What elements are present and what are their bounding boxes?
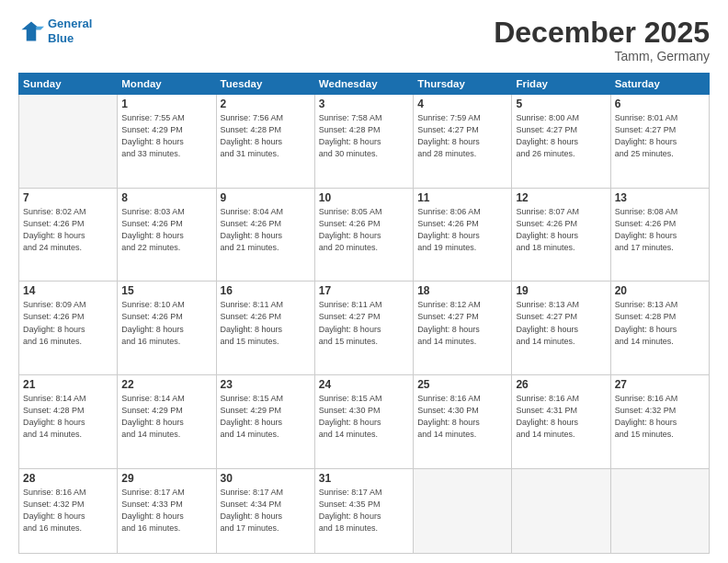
calendar-cell: 31Sunrise: 8:17 AM Sunset: 4:35 PM Dayli…	[314, 468, 413, 553]
calendar-cell: 11Sunrise: 8:06 AM Sunset: 4:26 PM Dayli…	[414, 188, 512, 282]
day-info: Sunrise: 8:06 AM Sunset: 4:26 PM Dayligh…	[417, 206, 507, 254]
calendar-cell: 28Sunrise: 8:16 AM Sunset: 4:32 PM Dayli…	[19, 468, 118, 553]
weekday-header-wednesday: Wednesday	[314, 74, 413, 95]
day-number: 29	[121, 472, 211, 485]
calendar-cell: 1Sunrise: 7:55 AM Sunset: 4:29 PM Daylig…	[118, 95, 216, 189]
day-info: Sunrise: 8:04 AM Sunset: 4:26 PM Dayligh…	[221, 206, 311, 254]
day-number: 20	[615, 284, 705, 297]
svg-marker-1	[36, 26, 44, 29]
day-number: 13	[615, 191, 705, 204]
location: Tamm, Germany	[494, 49, 710, 63]
calendar-cell: 18Sunrise: 8:12 AM Sunset: 4:27 PM Dayli…	[414, 282, 512, 375]
day-number: 14	[23, 284, 113, 297]
day-number: 26	[516, 378, 606, 391]
calendar-cell	[19, 95, 118, 189]
day-info: Sunrise: 8:15 AM Sunset: 4:29 PM Dayligh…	[221, 393, 311, 441]
calendar-cell: 3Sunrise: 7:58 AM Sunset: 4:28 PM Daylig…	[314, 95, 413, 189]
day-info: Sunrise: 8:14 AM Sunset: 4:29 PM Dayligh…	[121, 393, 211, 441]
calendar-cell: 22Sunrise: 8:14 AM Sunset: 4:29 PM Dayli…	[118, 375, 216, 469]
calendar-cell: 27Sunrise: 8:16 AM Sunset: 4:32 PM Dayli…	[610, 375, 709, 469]
day-info: Sunrise: 8:11 AM Sunset: 4:27 PM Dayligh…	[319, 299, 409, 347]
day-info: Sunrise: 8:00 AM Sunset: 4:27 PM Dayligh…	[516, 112, 606, 160]
calendar-cell: 9Sunrise: 8:04 AM Sunset: 4:26 PM Daylig…	[216, 188, 314, 282]
weekday-header-sunday: Sunday	[19, 74, 118, 95]
day-number: 6	[615, 98, 705, 110]
day-number: 19	[516, 284, 606, 297]
weekday-header-thursday: Thursday	[414, 74, 512, 95]
calendar-cell: 26Sunrise: 8:16 AM Sunset: 4:31 PM Dayli…	[512, 375, 610, 469]
calendar-cell: 19Sunrise: 8:13 AM Sunset: 4:27 PM Dayli…	[512, 282, 610, 375]
day-info: Sunrise: 8:12 AM Sunset: 4:27 PM Dayligh…	[417, 299, 507, 347]
calendar-cell: 21Sunrise: 8:14 AM Sunset: 4:28 PM Dayli…	[19, 375, 118, 469]
calendar-cell: 14Sunrise: 8:09 AM Sunset: 4:26 PM Dayli…	[19, 282, 118, 375]
day-info: Sunrise: 7:56 AM Sunset: 4:28 PM Dayligh…	[221, 112, 311, 160]
calendar-cell	[414, 468, 512, 553]
logo-text: General Blue	[48, 17, 92, 45]
day-info: Sunrise: 8:15 AM Sunset: 4:30 PM Dayligh…	[319, 393, 409, 441]
day-number: 30	[221, 472, 311, 485]
day-info: Sunrise: 8:16 AM Sunset: 4:30 PM Dayligh…	[417, 393, 507, 441]
day-info: Sunrise: 8:09 AM Sunset: 4:26 PM Dayligh…	[23, 299, 113, 347]
page: General Blue December 2025 Tamm, Germany…	[0, 0, 728, 563]
calendar-week-row: 21Sunrise: 8:14 AM Sunset: 4:28 PM Dayli…	[19, 375, 710, 469]
day-info: Sunrise: 8:02 AM Sunset: 4:26 PM Dayligh…	[23, 206, 113, 254]
day-info: Sunrise: 7:59 AM Sunset: 4:27 PM Dayligh…	[417, 112, 507, 160]
calendar-cell: 16Sunrise: 8:11 AM Sunset: 4:26 PM Dayli…	[216, 282, 314, 375]
day-info: Sunrise: 8:10 AM Sunset: 4:26 PM Dayligh…	[121, 299, 211, 347]
day-info: Sunrise: 8:14 AM Sunset: 4:28 PM Dayligh…	[23, 393, 113, 441]
day-info: Sunrise: 8:11 AM Sunset: 4:26 PM Dayligh…	[221, 299, 311, 347]
calendar-cell	[512, 468, 610, 553]
calendar-cell: 20Sunrise: 8:13 AM Sunset: 4:28 PM Dayli…	[610, 282, 709, 375]
day-number: 27	[615, 378, 705, 391]
day-number: 28	[23, 472, 113, 485]
month-title: December 2025	[494, 17, 710, 49]
day-number: 15	[121, 284, 211, 297]
day-info: Sunrise: 8:13 AM Sunset: 4:28 PM Dayligh…	[615, 299, 705, 347]
day-info: Sunrise: 8:05 AM Sunset: 4:26 PM Dayligh…	[319, 206, 409, 254]
header: General Blue December 2025 Tamm, Germany	[18, 17, 710, 63]
day-number: 31	[319, 472, 409, 485]
calendar-cell: 2Sunrise: 7:56 AM Sunset: 4:28 PM Daylig…	[216, 95, 314, 189]
weekday-header-friday: Friday	[512, 74, 610, 95]
calendar: SundayMondayTuesdayWednesdayThursdayFrid…	[18, 73, 710, 554]
day-info: Sunrise: 8:17 AM Sunset: 4:33 PM Dayligh…	[121, 487, 211, 534]
day-number: 5	[516, 98, 606, 110]
day-number: 23	[221, 378, 311, 391]
day-info: Sunrise: 8:01 AM Sunset: 4:27 PM Dayligh…	[615, 112, 705, 160]
weekday-header-saturday: Saturday	[610, 74, 709, 95]
day-info: Sunrise: 7:55 AM Sunset: 4:29 PM Dayligh…	[121, 112, 211, 160]
day-number: 4	[417, 98, 507, 110]
day-info: Sunrise: 8:13 AM Sunset: 4:27 PM Dayligh…	[516, 299, 606, 347]
calendar-cell	[610, 468, 709, 553]
logo: General Blue	[18, 17, 92, 45]
calendar-cell: 4Sunrise: 7:59 AM Sunset: 4:27 PM Daylig…	[414, 95, 512, 189]
day-number: 17	[319, 284, 409, 297]
calendar-cell: 6Sunrise: 8:01 AM Sunset: 4:27 PM Daylig…	[610, 95, 709, 189]
day-info: Sunrise: 8:16 AM Sunset: 4:31 PM Dayligh…	[516, 393, 606, 441]
weekday-header-tuesday: Tuesday	[216, 74, 314, 95]
day-number: 22	[121, 378, 211, 391]
calendar-week-row: 28Sunrise: 8:16 AM Sunset: 4:32 PM Dayli…	[19, 468, 710, 553]
day-number: 16	[221, 284, 311, 297]
day-info: Sunrise: 8:17 AM Sunset: 4:34 PM Dayligh…	[221, 487, 311, 534]
day-number: 7	[23, 191, 113, 204]
calendar-cell: 17Sunrise: 8:11 AM Sunset: 4:27 PM Dayli…	[314, 282, 413, 375]
calendar-cell: 7Sunrise: 8:02 AM Sunset: 4:26 PM Daylig…	[19, 188, 118, 282]
day-number: 18	[417, 284, 507, 297]
day-number: 3	[319, 98, 409, 110]
calendar-cell: 12Sunrise: 8:07 AM Sunset: 4:26 PM Dayli…	[512, 188, 610, 282]
day-info: Sunrise: 8:03 AM Sunset: 4:26 PM Dayligh…	[121, 206, 211, 254]
calendar-week-row: 1Sunrise: 7:55 AM Sunset: 4:29 PM Daylig…	[19, 95, 710, 189]
day-number: 10	[319, 191, 409, 204]
day-info: Sunrise: 8:07 AM Sunset: 4:26 PM Dayligh…	[516, 206, 606, 254]
day-info: Sunrise: 8:08 AM Sunset: 4:26 PM Dayligh…	[615, 206, 705, 254]
day-info: Sunrise: 8:16 AM Sunset: 4:32 PM Dayligh…	[615, 393, 705, 441]
day-info: Sunrise: 8:16 AM Sunset: 4:32 PM Dayligh…	[23, 487, 113, 534]
calendar-cell: 15Sunrise: 8:10 AM Sunset: 4:26 PM Dayli…	[118, 282, 216, 375]
day-number: 9	[221, 191, 311, 204]
day-number: 8	[121, 191, 211, 204]
day-number: 1	[121, 98, 211, 110]
calendar-cell: 5Sunrise: 8:00 AM Sunset: 4:27 PM Daylig…	[512, 95, 610, 189]
calendar-cell: 10Sunrise: 8:05 AM Sunset: 4:26 PM Dayli…	[314, 188, 413, 282]
day-info: Sunrise: 7:58 AM Sunset: 4:28 PM Dayligh…	[319, 112, 409, 160]
